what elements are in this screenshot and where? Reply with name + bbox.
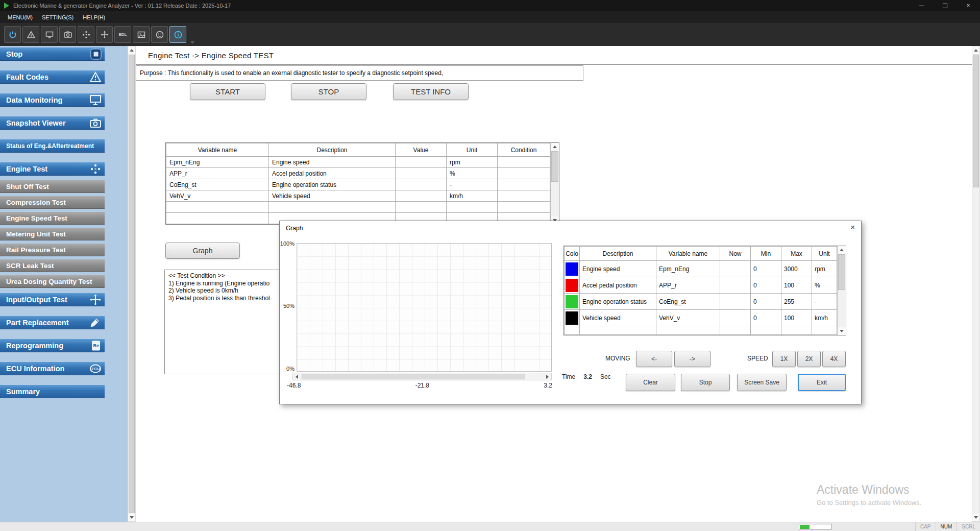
sidebar-item-summary[interactable]: Summary (0, 385, 105, 398)
toolbar-power-button[interactable] (4, 26, 21, 43)
power-icon (8, 30, 17, 39)
series-color-swatch (566, 279, 578, 292)
sidebar-item-urea-dosing-quantity-test[interactable]: Urea Dosing Quantity Test (0, 275, 105, 288)
sidebar-item-scr-leak-test[interactable]: SCR Leak Test (0, 259, 105, 272)
graph-button[interactable]: Graph (165, 243, 240, 259)
scroll-up-icon[interactable] (128, 46, 135, 54)
sidebar-item-metering-unit-test[interactable]: Metering Unit Test (0, 228, 105, 240)
start-button[interactable]: START (190, 83, 265, 100)
stop-button[interactable]: STOP (291, 83, 366, 100)
toolbar-snapshot-button[interactable] (59, 26, 76, 43)
app-window: Electronic Marine & generator Engine Ana… (0, 0, 980, 531)
toolbar-engine-test-button[interactable] (78, 26, 94, 43)
minimize-button[interactable] (910, 0, 933, 11)
main-scrollbar[interactable] (972, 46, 980, 522)
dialog-stop-button[interactable]: Stop (681, 374, 730, 391)
menu-item-settings[interactable]: SETTING(S) (37, 14, 78, 20)
scrollbar-thumb[interactable] (973, 55, 979, 187)
exit-button[interactable]: Exit (798, 374, 846, 391)
time-value: 3.2 (583, 373, 592, 380)
sidebar-item-ecu-information[interactable]: ECU Information ECU (0, 362, 105, 375)
sidebar-item-snapshot-viewer[interactable]: Snapshot Viewer (0, 116, 105, 130)
scroll-down-icon[interactable] (972, 514, 979, 521)
scroll-lock-indicator: SCRL (957, 522, 980, 531)
menu-item-menu[interactable]: MENU(M) (3, 14, 37, 20)
toolbar-fault-codes-button[interactable] (22, 26, 39, 43)
series-row[interactable] (565, 326, 837, 335)
toolbar-overflow-icon[interactable] (190, 41, 194, 44)
status-progress (799, 524, 831, 530)
speed-1x-button[interactable]: 1X (772, 351, 796, 367)
test-info-button[interactable]: TEST INFO (393, 83, 469, 100)
sidebar-item-fault-codes[interactable]: Fault Codes (0, 70, 105, 84)
series-table-scrollbar[interactable] (837, 246, 846, 335)
series-header-row: Colo Description Variable name Now Min M… (565, 247, 837, 261)
sidebar-item-compression-test[interactable]: Compression Test (0, 196, 105, 209)
scrollbar-thumb[interactable] (838, 254, 845, 290)
toolbar-part-replacement-button[interactable] (133, 26, 150, 43)
series-row[interactable]: Engine speedEpm_nEng03000rpm (565, 261, 837, 277)
dialog-close-button[interactable]: × (850, 223, 855, 231)
table-row[interactable] (166, 202, 550, 213)
toolbar-ecu-info-button[interactable] (169, 26, 186, 43)
speed-2x-button[interactable]: 2X (797, 351, 821, 367)
toolbar-io-test-button[interactable] (96, 26, 113, 43)
close-button[interactable]: × (957, 0, 980, 11)
speed-4x-button[interactable]: 4X (822, 351, 846, 367)
table-row[interactable]: VehV_vVehicle speedkm/h (166, 190, 550, 202)
toolbar-edl-button[interactable]: EDL (114, 26, 131, 43)
scroll-up-icon[interactable] (551, 143, 559, 151)
toolbar-reprogramming-button[interactable] (151, 26, 168, 43)
sidebar-item-input-output-test[interactable]: Input/Output Test (0, 293, 105, 306)
sidebar-item-rail-pressure-test[interactable]: Rail Pressure Test (0, 244, 105, 256)
toolbar-data-monitoring-button[interactable] (41, 26, 58, 43)
sidebar-scrollbar[interactable] (128, 46, 136, 522)
sidebar-item-stop[interactable]: Stop (0, 47, 105, 61)
sidebar-item-shut-off-test[interactable]: Shut Off Test (0, 180, 105, 193)
stop-icon (90, 49, 102, 60)
scroll-down-icon[interactable] (128, 514, 135, 521)
scroll-down-icon[interactable] (838, 327, 846, 335)
move-right-button[interactable]: -> (674, 351, 710, 367)
series-row[interactable]: Accel pedal positionAPP_r0100% (565, 277, 837, 294)
close-icon: × (850, 223, 855, 231)
menu-item-help[interactable]: HELP(H) (78, 14, 110, 20)
status-bar: CAP NUM SCRL (0, 522, 980, 531)
caps-lock-indicator: CAP (915, 522, 936, 531)
table-row[interactable]: APP_rAccel pedal position% (166, 168, 550, 179)
col-variable-name: Variable name (656, 247, 720, 261)
col-value: Value (396, 143, 447, 157)
scroll-right-icon[interactable] (544, 373, 551, 380)
sidebar-item-engine-speed-test[interactable]: Engine Speed Test (0, 212, 105, 225)
sidebar-item-reprogramming[interactable]: Reprogramming Re (0, 339, 105, 352)
sidebar-item-part-replacement[interactable]: Part Replacement (0, 316, 105, 329)
table-row[interactable]: Epm_nEngEngine speedrpm (166, 157, 550, 168)
maximize-button[interactable] (933, 0, 957, 11)
speed-label: SPEED (747, 355, 768, 362)
clear-button[interactable]: Clear (626, 374, 675, 391)
table-row[interactable]: CoEng_stEngine operation status- (166, 179, 550, 190)
series-color-swatch (566, 295, 578, 308)
scrollbar-thumb[interactable] (129, 55, 135, 513)
series-row[interactable]: Vehicle speedVehV_v0100km/h (565, 310, 837, 326)
graph-dialog: Graph × 100% 50% 0% -46.8 -21.8 3.2 Time… (279, 221, 862, 404)
title-bar: Electronic Marine & generator Engine Ana… (0, 0, 980, 11)
sidebar-item-engine-test[interactable]: Engine Test (0, 162, 105, 176)
table-scrollbar[interactable] (550, 143, 559, 224)
scroll-left-icon[interactable] (293, 373, 301, 380)
gamepad-icon (82, 30, 91, 39)
num-lock-indicator: NUM (936, 522, 957, 531)
scrollbar-thumb[interactable] (302, 374, 525, 379)
sidebar-item-status-of-eng-aftertreatment[interactable]: Status of Eng.&Aftertreatment (0, 139, 105, 153)
move-left-button[interactable]: <- (636, 351, 672, 367)
sidebar-item-data-monitoring[interactable]: Data Monitoring (0, 93, 105, 107)
screen-save-button[interactable]: Screen Save (737, 374, 787, 391)
graph-h-scrollbar[interactable] (292, 373, 552, 380)
scrollbar-thumb[interactable] (551, 151, 558, 182)
pencil-icon (89, 317, 102, 328)
monitor-icon (45, 30, 54, 39)
sidebar: Stop Fault Codes Data Monitoring Snapsho… (0, 46, 128, 522)
series-row[interactable]: Engine operation statusCoEng_st0255- (565, 294, 837, 310)
scroll-up-icon[interactable] (972, 46, 979, 54)
scroll-up-icon[interactable] (838, 246, 846, 254)
